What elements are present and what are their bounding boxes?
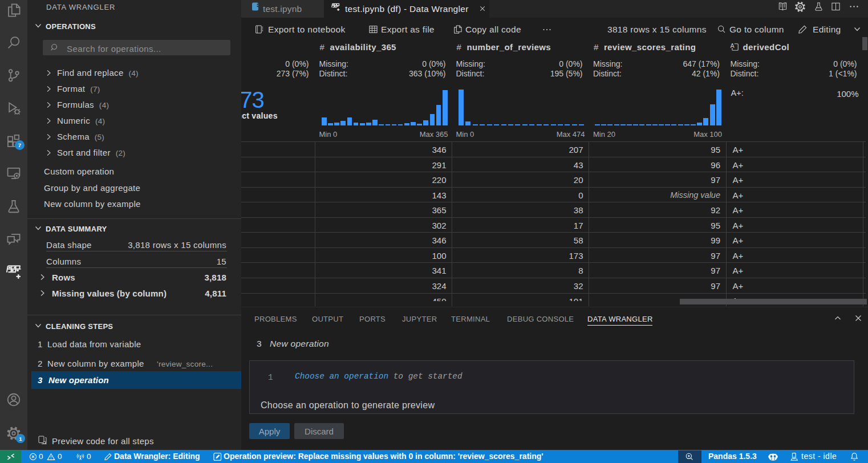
- svg-text:A: A: [730, 42, 735, 49]
